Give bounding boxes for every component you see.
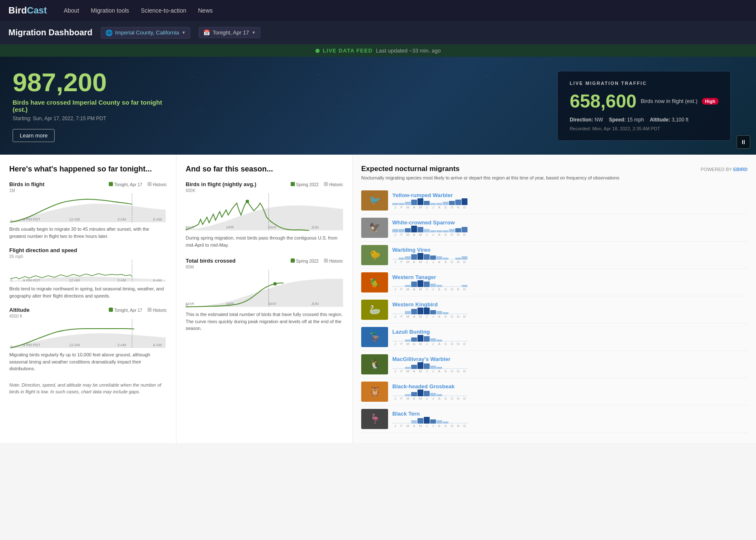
bird-name[interactable]: Black Tern	[392, 411, 748, 417]
live-traffic-box: LIVE MIGRATION TRAFFIC 658,600 Birds now…	[557, 71, 731, 141]
hero-big-number: 987,200	[13, 69, 164, 95]
bird-item: 🐤Warbling VireoJFMAMJJASOND	[361, 242, 748, 269]
nocturnal-column: Expected nocturnal migrants POWERED BY E…	[353, 155, 756, 443]
page-title: Migration Dashboard	[8, 28, 92, 37]
bird-info: MacGillivray's WarblerJFMAMJJASOND	[392, 356, 748, 373]
live-traffic-count: 658,600	[570, 91, 636, 112]
svg-point-41	[246, 200, 249, 203]
svg-text:6 AM: 6 AM	[153, 343, 162, 347]
chart2-title: Flight direction and speed	[9, 247, 77, 253]
chart-note: Note: Direction, speed, and altitude may…	[9, 382, 167, 395]
logo[interactable]: BirdCast	[8, 5, 47, 16]
bird-name[interactable]: White-crowned Sparrow	[392, 219, 748, 226]
bird-item: 🦅White-crowned SparrowJFMAMJJASOND	[361, 214, 748, 242]
nav-news[interactable]: News	[198, 7, 213, 14]
chart-birds-in-flight: Birds in flight Tonight, Apr 17 Historic…	[9, 181, 167, 240]
hero-section: ⌒ ⌒ ⌒ ⌒ ⌒ ⌒ ⌒ ⌒ ⌒ ⌒ ⌒ ⌒ ⌒ ⌒ ⌒ ⌒ ⌒ ⌒ ⌒ ⌒ …	[0, 57, 756, 155]
svg-text:MAR: MAR	[186, 225, 194, 229]
bird-photo: 🐤	[361, 245, 388, 265]
bird-info: Western TanagerJFMAMJJASOND	[392, 274, 748, 291]
bird-name[interactable]: Yellow-rumped Warbler	[392, 192, 748, 198]
chart-altitude: Altitude Tonight, Apr 17 Historic 4500 f…	[9, 307, 167, 372]
bird-item: 🦩Black TernJFMAMJJASOND	[361, 406, 748, 433]
location-chevron: ▼	[181, 30, 186, 35]
bird-name[interactable]: Western Tanager	[392, 274, 748, 280]
nav-about[interactable]: About	[64, 7, 79, 14]
bird-month-bars: JFMAMJJASOND	[392, 228, 748, 237]
chart1-legend: Tonight, Apr 17 Historic	[109, 182, 167, 187]
bird-item: 🦢Western KingbirdJFMAMJJASOND	[361, 296, 748, 324]
season-chart1-title: Birds in flight (nightly avg.)	[186, 181, 256, 187]
live-traffic-details: Direction: NW Speed: 15 mph Altitude: 3,…	[570, 117, 719, 123]
nocturnal-header: Expected nocturnal migrants POWERED BY E…	[361, 165, 748, 173]
bird-photo: 🦉	[361, 382, 388, 402]
bird-info: Yellow-rumped WarblerJFMAMJJASOND	[392, 192, 748, 209]
bird-item: 🐧MacGillivray's WarblerJFMAMJJASOND	[361, 351, 748, 378]
logo-bird: Bird	[8, 5, 27, 16]
bird-photo: 🦜	[361, 272, 388, 292]
location-label: Imperial County, California	[115, 29, 179, 36]
hero-right: LIVE MIGRATION TRAFFIC 658,600 Birds now…	[176, 57, 756, 155]
bird-info: White-crowned SparrowJFMAMJJASOND	[392, 219, 748, 237]
main-content: Here's what's happened so far tonight...…	[0, 155, 756, 443]
logo-cast: Cast	[27, 5, 47, 16]
speed-detail: Speed: 15 mph	[609, 117, 644, 123]
chart3-legend: Tonight, Apr 17 Historic	[109, 308, 167, 313]
svg-text:9 PM PDT: 9 PM PDT	[23, 278, 41, 282]
nav-science-to-action[interactable]: Science-to-action	[141, 7, 186, 14]
bird-photo: 🐦	[361, 190, 388, 211]
bird-name[interactable]: MacGillivray's Warbler	[392, 356, 748, 362]
svg-text:0: 0	[10, 345, 13, 349]
live-feed-bar: LIVE DATA FEED Last updated ~33 min. ago	[0, 45, 756, 57]
learn-more-button[interactable]: Learn more	[13, 129, 55, 142]
bird-item: 🐦Yellow-rumped WarblerJFMAMJJASOND	[361, 187, 748, 214]
bird-photo: 🦆	[361, 327, 388, 347]
date-selector[interactable]: 📅 Tonight, Apr 17 ▼	[199, 27, 260, 38]
bird-info: Black TernJFMAMJJASOND	[392, 411, 748, 428]
svg-text:JUN: JUN	[311, 225, 319, 229]
tonight-column: Here's what's happened so far tonight...…	[0, 155, 176, 443]
svg-text:9 PM PDT: 9 PM PDT	[23, 343, 41, 347]
bird-month-bars: JFMAMJJASOND	[392, 419, 748, 428]
bird-photo: 🦩	[361, 409, 388, 429]
nav-migration-tools[interactable]: Migration tools	[91, 7, 129, 14]
bird-item: 🦜Western TanagerJFMAMJJASOND	[361, 269, 748, 296]
tonight-heading: Here's what's happened so far tonight...	[9, 165, 167, 174]
live-dot-icon	[315, 49, 320, 53]
chart1-desc: Birds usually begin to migrate 30 to 45 …	[9, 226, 167, 240]
svg-text:12 AM: 12 AM	[69, 278, 80, 282]
live-label: LIVE DATA FEED	[323, 47, 373, 54]
svg-text:9 PM PDT: 9 PM PDT	[23, 217, 41, 221]
bird-month-bars: JFMAMJJASOND	[392, 201, 748, 209]
high-badge: High	[702, 98, 719, 105]
bird-month-bars: JFMAMJJASOND	[392, 283, 748, 291]
live-traffic-recorded: Recorded: Mon, Apr 18, 2022, 2:35 AM PDT	[570, 126, 719, 131]
bird-list: 🐦Yellow-rumped WarblerJFMAMJJASOND🦅White…	[361, 187, 748, 433]
chart1-svg: 0 9 PM PDT 12 AM 3 AM 6 AM	[9, 194, 167, 223]
subheader: Migration Dashboard 🌐 Imperial County, C…	[0, 21, 756, 45]
chart3-desc: Migrating birds regularly fly up to 10,0…	[9, 351, 167, 372]
bird-name[interactable]: Lazuli Bunting	[392, 329, 748, 335]
bird-month-bars: JFMAMJJASOND	[392, 365, 748, 373]
chart3-title: Altitude	[9, 307, 29, 313]
bird-info: Lazuli BuntingJFMAMJJASOND	[392, 329, 748, 346]
season-chart1: Birds in flight (nightly avg.) Spring 20…	[186, 181, 343, 248]
pause-button[interactable]: ⏸	[737, 135, 750, 149]
season-chart2-title: Total birds crossed	[186, 258, 236, 264]
bird-month-bars: JFMAMJJASOND	[392, 310, 748, 319]
navigation: BirdCast About Migration tools Science-t…	[0, 0, 756, 21]
direction-detail: Direction: NW	[570, 117, 603, 123]
live-traffic-title: LIVE MIGRATION TRAFFIC	[570, 81, 719, 86]
location-selector[interactable]: 🌐 Imperial County, California ▼	[101, 27, 190, 39]
bird-name[interactable]: Western Kingbird	[392, 301, 748, 308]
svg-text:MAR: MAR	[186, 302, 194, 306]
svg-text:MAY: MAY	[269, 302, 277, 306]
svg-text:3 AM: 3 AM	[118, 343, 126, 347]
svg-text:12 AM: 12 AM	[69, 217, 80, 221]
nocturnal-heading: Expected nocturnal migrants	[361, 165, 459, 173]
live-updated: Last updated ~33 min. ago	[376, 47, 441, 54]
altitude-detail: Altitude: 3,100 ft	[650, 117, 688, 123]
bird-month-bars: JFMAMJJASOND	[392, 337, 748, 346]
bird-name[interactable]: Warbling Vireo	[392, 247, 748, 253]
bird-name[interactable]: Black-headed Grosbeak	[392, 383, 748, 390]
